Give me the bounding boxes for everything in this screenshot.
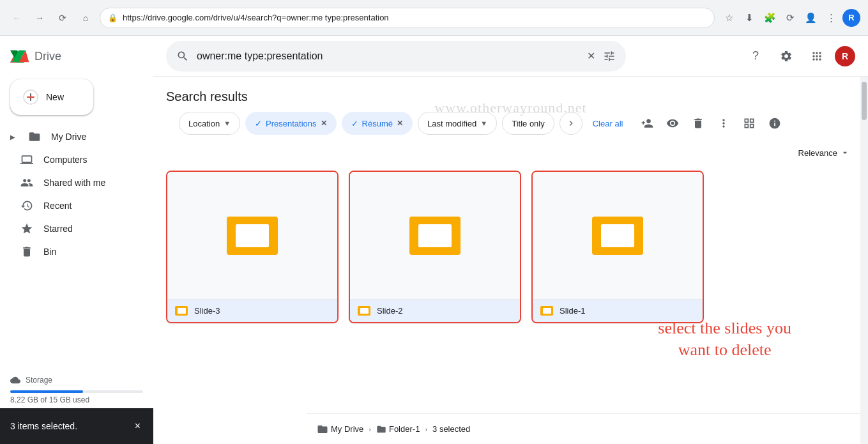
drive-logo: Drive [0, 41, 153, 72]
file-card-slide3[interactable]: Slide-3 [166, 171, 339, 323]
file-name-slide3: Slide-3 [194, 306, 220, 316]
delete-button[interactable] [687, 112, 710, 135]
drive-header: owner:me type:presentation ✕ ? R [153, 36, 868, 77]
title-only-filter-label: Title only [512, 119, 545, 128]
file-card-preview-slide1 [533, 172, 703, 300]
scrollbar-track [860, 77, 868, 444]
help-button[interactable]: ? [743, 43, 768, 69]
resume-filter-label: Résumé [362, 119, 393, 128]
new-button[interactable]: New [10, 79, 93, 115]
browser-chrome: ← → ⟳ ⌂ 🔒 https://drive.google.com/drive… [0, 0, 868, 36]
location-chevron-icon: ▼ [224, 119, 231, 127]
search-icon [176, 50, 189, 63]
security-icon: 🔒 [108, 13, 118, 22]
file-card-slide2[interactable]: Slide-2 [349, 171, 521, 323]
extensions-button[interactable]: 🧩 [761, 9, 779, 27]
sidebar-item-starred[interactable]: Starred [0, 217, 143, 240]
resume-filter-chip[interactable]: ✓ Résumé ✕ [342, 112, 413, 135]
sidebar-item-recent-label: Recent [43, 201, 72, 211]
presentations-filter-chip[interactable]: ✓ Presentations ✕ [245, 112, 337, 135]
more-actions-button[interactable] [712, 112, 735, 135]
sidebar-item-bin[interactable]: Bin [0, 240, 143, 263]
cloud-icon [10, 375, 20, 385]
bottom-folder-text: Folder-1 [389, 424, 420, 434]
file-card-footer-slide3: Slide-3 [167, 300, 337, 322]
bottom-folder-icon [376, 424, 386, 434]
search-results-header: Search results Location ▼ ✓ Presentation… [153, 77, 868, 142]
sidebar-item-sharedwithme-label: Shared with me [43, 178, 105, 188]
folder-icon [28, 130, 41, 143]
slides-icon-inner-2 [418, 224, 452, 247]
bottom-drive-icon [317, 424, 328, 435]
bottom-selected-text: 3 selected [432, 424, 470, 434]
people-icon [20, 176, 33, 189]
slides-icon-inner [236, 224, 269, 247]
file-name-slide1: Slide-1 [560, 306, 585, 316]
grid-view-button[interactable] [738, 112, 761, 135]
search-bar[interactable]: owner:me type:presentation ✕ [166, 41, 626, 72]
clear-all-button[interactable]: Clear all [588, 115, 628, 132]
computer-icon [20, 153, 33, 166]
sync-button[interactable]: ⟳ [781, 9, 799, 27]
info-button[interactable] [763, 112, 786, 135]
search-results-title: Search results [166, 89, 799, 104]
sidebar-item-bin-label: Bin [43, 247, 56, 257]
clock-icon [20, 199, 33, 212]
google-apps-button[interactable] [804, 43, 830, 69]
relevance-label: Relevance [798, 148, 837, 158]
search-query-text: owner:me type:presentation [197, 50, 579, 62]
relevance-sort-button[interactable]: Relevance [793, 145, 855, 160]
preview-button[interactable] [661, 112, 684, 135]
more-filters-button[interactable] [560, 112, 582, 135]
file-icon-slide2 [358, 306, 370, 316]
browser-avatar[interactable]: R [842, 9, 860, 27]
last-modified-chevron-icon: ▼ [480, 119, 487, 127]
user-avatar[interactable]: R [835, 46, 855, 66]
title-only-filter-chip[interactable]: Title only [502, 112, 554, 135]
new-button-label: New [46, 92, 64, 102]
back-button[interactable]: ← [8, 9, 26, 27]
file-icon-inner-slide1 [543, 308, 551, 314]
slides-icon-outer-2 [409, 217, 461, 255]
bookmark-button[interactable]: ☆ [720, 9, 738, 27]
file-card-preview-slide3 [167, 172, 337, 300]
selection-count: 3 items selected. [10, 421, 77, 431]
home-button[interactable]: ⌂ [77, 9, 95, 27]
storage-used-text: 8.22 GB of 15 GB used [10, 395, 143, 404]
plus-icon [23, 89, 38, 105]
file-icon-slide3 [175, 306, 188, 316]
file-card-slide1[interactable]: Slide-1 [531, 171, 704, 323]
sidebar-item-sharedwithme[interactable]: Shared with me [0, 171, 143, 194]
last-modified-filter-chip[interactable]: Last modified ▼ [418, 112, 497, 135]
last-modified-filter-label: Last modified [427, 119, 476, 128]
sidebar-item-mydrive[interactable]: ▶ My Drive [0, 125, 143, 148]
address-bar: 🔒 https://drive.google.com/drive/u/4/sea… [100, 8, 715, 28]
slides-icon-outer [227, 217, 278, 255]
add-person-button[interactable] [636, 112, 659, 135]
selection-close-button[interactable]: × [132, 418, 143, 434]
file-card-footer-slide1: Slide-1 [533, 300, 703, 322]
resume-check-icon: ✓ [351, 119, 358, 128]
bottom-chevron-1: › [369, 425, 371, 433]
location-filter-chip[interactable]: Location ▼ [179, 112, 240, 135]
settings-button[interactable] [773, 43, 799, 69]
search-options-button[interactable] [603, 50, 616, 63]
location-filter-label: Location [188, 119, 220, 128]
presentations-filter-label: Presentations [266, 119, 317, 128]
star-icon [20, 222, 33, 235]
forward-button[interactable]: → [31, 9, 49, 27]
main-content: owner:me type:presentation ✕ ? R Sear [153, 36, 868, 444]
resume-remove-icon[interactable]: ✕ [397, 119, 403, 128]
sidebar-item-mydrive-label: My Drive [51, 132, 86, 142]
sidebar-item-recent[interactable]: Recent [0, 194, 143, 217]
settings-dots-button[interactable]: ⋮ [822, 9, 840, 27]
search-clear-button[interactable]: ✕ [587, 50, 595, 62]
reload-button[interactable]: ⟳ [54, 9, 72, 27]
sidebar-item-computers[interactable]: Computers [0, 148, 143, 171]
profile-button[interactable]: 👤 [802, 9, 819, 27]
sidebar: Drive New ▶ My Drive Computers [0, 36, 153, 444]
sort-down-icon [840, 148, 850, 158]
download-button[interactable]: ⬇ [740, 9, 758, 27]
presentations-remove-icon[interactable]: ✕ [321, 119, 327, 128]
scrollbar-thumb[interactable] [862, 82, 867, 120]
